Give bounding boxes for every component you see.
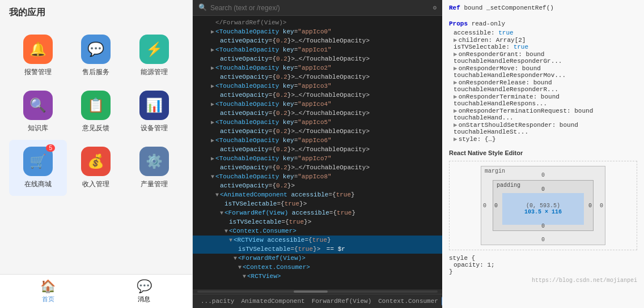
- code-line: activeOpacity={0.2}>…</TouchableOpacity>: [193, 163, 442, 172]
- prop-tvselectable: isTVSelectable: true: [449, 44, 637, 50]
- padding-top-val: 0: [541, 186, 545, 192]
- shop-icon: 🛒 5: [23, 147, 53, 176]
- shop-badge: 5: [46, 144, 55, 152]
- knowledge-icon: 🔍: [23, 91, 53, 120]
- scrollbar-thumb: [294, 290, 328, 293]
- style-open: style {: [449, 255, 637, 262]
- middle-panel: 🔍 ⚙ </ForwardRef(View)> ▶<TouchableOpaci…: [193, 0, 442, 308]
- app-label-production: 产量管理: [141, 179, 168, 189]
- app-item-knowledge[interactable]: 🔍 知识库: [9, 84, 67, 140]
- prop-accessible-key: accessible:: [454, 29, 498, 36]
- code-line: activeOpacity={0.2}>: [193, 181, 442, 190]
- service-icon: 💬: [81, 35, 111, 64]
- style-code-block: style { opacity: 1; }: [449, 255, 637, 275]
- code-line: activeOpacity={0.2}>…</TouchableOpacity>: [193, 127, 442, 136]
- code-line: ▶<TouchableOpacity key="appIco3": [193, 82, 442, 91]
- code-line: ▶<TouchableOpacity key="appIco2": [193, 63, 442, 72]
- code-line: ▼<Context.Consumer>: [193, 226, 442, 236]
- ref-section: Ref bound _setComponentRef(): [449, 5, 637, 11]
- style-editor: margin 0 padding 0 (0, 593.5) 103.5 × 11…: [449, 161, 637, 250]
- search-input[interactable]: [210, 4, 429, 12]
- triangle-icon[interactable]: ▶: [454, 37, 457, 44]
- bottom-nav: 🏠 首页 💬 消息: [0, 274, 192, 308]
- nav-home-label: 首页: [42, 295, 54, 303]
- code-line: ▶<TouchableOpacity key="appIco5": [193, 118, 442, 127]
- padding-bottom-val: 0: [541, 223, 545, 229]
- margin-label: margin: [485, 168, 505, 174]
- props-readonly: read-only: [472, 20, 505, 27]
- home-icon: 🏠: [40, 279, 56, 294]
- app-label-service: 售后服务: [82, 67, 109, 77]
- box-model: margin 0 padding 0 (0, 593.5) 103.5 × 11…: [481, 166, 605, 245]
- prop-responderrelease: ▶onResponderRelease: bound touchableHand…: [449, 79, 637, 93]
- app-item-feedback[interactable]: 📋 意见反馈: [67, 84, 125, 140]
- code-line: isTVSelectable={true}>: [193, 199, 442, 208]
- margin-right-val: 0: [600, 203, 603, 209]
- app-item-device[interactable]: 📊 设备管理: [125, 84, 183, 140]
- margin-box: margin 0 padding 0 (0, 593.5) 103.5 × 11…: [481, 166, 605, 245]
- code-line: </ForwardRef(View)>: [193, 18, 442, 27]
- app-item-alarm[interactable]: 🔔 报警管理: [9, 28, 67, 84]
- nav-message[interactable]: 💬 消息: [96, 275, 193, 308]
- code-line: activeOpacity={0.2}>…</TouchableOpacity>: [193, 72, 442, 82]
- margin-bottom-val: 0: [541, 237, 545, 243]
- app-label-shop: 在线商城: [24, 179, 52, 189]
- prop-responderterminate: ▶onResponderTerminate: bound touchableHa…: [449, 93, 637, 107]
- code-line: ▼<RCTView>: [193, 272, 442, 281]
- props-section-header: Props read-only: [449, 20, 637, 27]
- production-icon: ⚙️: [139, 147, 169, 176]
- alarm-icon: 🔔: [23, 35, 53, 64]
- padding-left-val: 0: [494, 203, 498, 209]
- code-line: ▶<TouchableOpacity key="appIco7": [193, 154, 442, 163]
- nav-home[interactable]: 🏠 首页: [0, 275, 96, 308]
- code-line: ▼<TouchableOpacity key="appIco8": [193, 172, 442, 181]
- code-line: ▼<Context.Consumer>: [193, 263, 442, 272]
- margin-top-val: 0: [541, 172, 545, 178]
- code-line: ▶<TouchableOpacity key="appIco1": [193, 45, 442, 54]
- prop-startshouldset: ▶onStartShouldSetResponder: bound toucha…: [449, 121, 637, 135]
- app-item-production[interactable]: ⚙️ 产量管理: [125, 140, 183, 196]
- app-grid: 🔔 报警管理 💬 售后服务 ⚡ 能源管理 🔍 知识库 📋 意见反馈 📊 设备管理…: [0, 23, 192, 200]
- content-dimensions: 103.5 × 116: [524, 209, 562, 215]
- selected-code-line-2: isTVSelectable={true}> == $r: [193, 245, 442, 254]
- app-label-income: 收入管理: [82, 179, 109, 189]
- code-line: ▶<TouchableOpacity key="appIco4": [193, 100, 442, 109]
- app-label-device: 设备管理: [141, 123, 168, 133]
- breadcrumb-context[interactable]: Context.Consumer: [375, 297, 442, 306]
- feedback-icon: 📋: [81, 91, 111, 120]
- code-area[interactable]: </ForwardRef(View)> ▶<TouchableOpacity k…: [193, 16, 442, 289]
- triangle-icon[interactable]: ▶: [454, 122, 457, 129]
- prop-respondergrant: ▶onResponderGrant: bound touchableHandle…: [449, 50, 637, 65]
- breadcrumb-bar: ...pacity AnimatedComponent ForwardRef(V…: [193, 294, 442, 308]
- app-item-income[interactable]: 💰 收入管理: [67, 140, 125, 196]
- style-opacity: opacity: 1;: [449, 262, 637, 268]
- triangle-icon[interactable]: ▶: [454, 65, 457, 72]
- app-item-shop[interactable]: 🛒 5 在线商城: [9, 140, 67, 196]
- search-icon: 🔍: [198, 3, 207, 12]
- scrollbar-area: [193, 289, 442, 294]
- app-label-energy: 能源管理: [141, 67, 168, 77]
- triangle-icon[interactable]: ▶: [454, 79, 457, 86]
- prop-respondermove: ▶onResponderMove: bound touchableHandleR…: [449, 65, 637, 79]
- ref-value: bound _setComponentRef(): [464, 5, 553, 11]
- app-item-service[interactable]: 💬 售后服务: [67, 28, 125, 84]
- style-editor-title: React Native Style Editor: [449, 149, 637, 156]
- code-line: activeOpacity={0.2}>…</TouchableOpacity>: [193, 109, 442, 118]
- selected-code-line[interactable]: ▼<RCTView accessible={true}: [193, 236, 442, 245]
- scrollbar-track[interactable]: [197, 290, 438, 293]
- app-item-energy[interactable]: ⚡ 能源管理: [125, 28, 183, 84]
- gear-icon[interactable]: ⚙: [433, 4, 437, 11]
- code-line: activeOpacity={0.2}>…</TouchableOpacity>: [193, 36, 442, 45]
- triangle-icon[interactable]: ▶: [454, 93, 457, 100]
- triangle-icon[interactable]: ▶: [454, 136, 457, 143]
- breadcrumb-opacity[interactable]: ...pacity: [197, 297, 238, 306]
- padding-right-val: 0: [588, 203, 592, 209]
- triangle-icon[interactable]: ▶: [454, 108, 457, 114]
- breadcrumb-animated[interactable]: AnimatedComponent: [238, 297, 308, 306]
- app-title: 我的应用: [0, 0, 192, 23]
- breadcrumb-forwardref[interactable]: ForwardRef(View): [308, 297, 375, 306]
- prop-terminationrequest: ▶onResponderTerminationRequest: bound to…: [449, 107, 637, 121]
- code-line: ▼<ForwardRef(View)>: [193, 254, 442, 263]
- left-panel: 我的应用 🔔 报警管理 💬 售后服务 ⚡ 能源管理 🔍 知识库 📋 意见反馈 📊…: [0, 0, 193, 308]
- triangle-icon[interactable]: ▶: [454, 51, 457, 58]
